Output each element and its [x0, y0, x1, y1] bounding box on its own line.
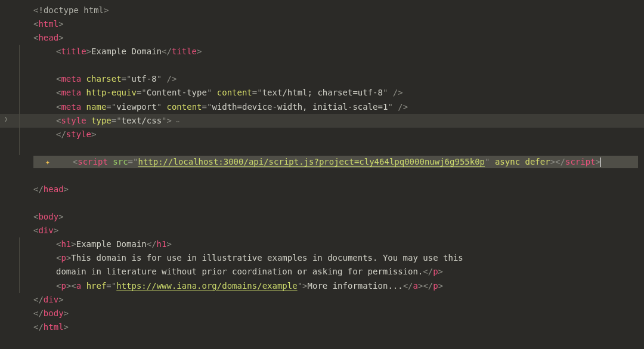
code-line[interactable]: <p><a href="https://www.iana.org/domains… [0, 279, 644, 293]
code-line-blank[interactable] [0, 169, 644, 183]
code-line[interactable]: <meta name="viewport" content="width=dev… [0, 100, 644, 114]
fold-gutter[interactable]: ❯ [0, 114, 12, 125]
indent-guide [19, 141, 20, 155]
code-line[interactable]: <meta charset="utf-8" /> [0, 72, 644, 86]
code-line[interactable]: </body> [0, 307, 644, 320]
code-line[interactable]: <title>Example Domain</title> [0, 45, 644, 58]
indent-guide [19, 100, 20, 114]
indent-guide [19, 45, 20, 58]
indent-guide [19, 58, 20, 72]
iana-url[interactable]: https://www.iana.org/domains/example [116, 281, 297, 291]
indent-guide [19, 265, 20, 279]
code-line[interactable]: <body> [0, 210, 644, 224]
code-line-selected[interactable]: ✦<script src="http://localhost:3000/api/… [0, 155, 644, 169]
indent-guide [19, 251, 20, 265]
code-line[interactable]: domain in literature without prior coord… [0, 265, 644, 279]
code-editor[interactable]: <!doctype html> <html> <head> <title>Exa… [0, 4, 644, 334]
code-line[interactable]: </html> [0, 320, 644, 334]
indent-guide [19, 86, 20, 100]
code-line[interactable]: </div> [0, 293, 644, 307]
chevron-right-icon: ❯ [4, 114, 8, 125]
text-cursor [600, 157, 602, 167]
script-url[interactable]: http://localhost:3000/api/script.js?proj… [138, 157, 485, 166]
indent-guide [19, 279, 20, 293]
code-line-blank[interactable] [0, 196, 644, 210]
indent-guide [19, 237, 20, 251]
code-line[interactable]: <html> [0, 17, 644, 31]
code-line-blank[interactable] [0, 141, 644, 155]
code-line[interactable]: <h1>Example Domain</h1> [0, 237, 644, 251]
code-line-folded[interactable]: ❯<style type="text/css"> ⋯ [0, 114, 644, 128]
indent-guide [19, 114, 20, 128]
code-line[interactable]: </head> [0, 183, 644, 196]
indent-guide [19, 72, 20, 86]
code-line[interactable]: <head> [0, 31, 644, 45]
code-line[interactable]: <meta http-equiv="Content-type" content=… [0, 86, 644, 100]
code-line[interactable]: </style> [0, 128, 644, 141]
code-line[interactable]: <p>This domain is for use in illustrativ… [0, 251, 644, 265]
sparkle-icon[interactable]: ✦ [45, 157, 50, 166]
fold-ellipsis-icon[interactable]: ⋯ [172, 118, 180, 125]
code-line-blank[interactable] [0, 58, 644, 72]
indent-guide [19, 128, 20, 141]
code-line[interactable]: <!doctype html> [0, 4, 644, 17]
code-line[interactable]: <div> [0, 224, 644, 237]
